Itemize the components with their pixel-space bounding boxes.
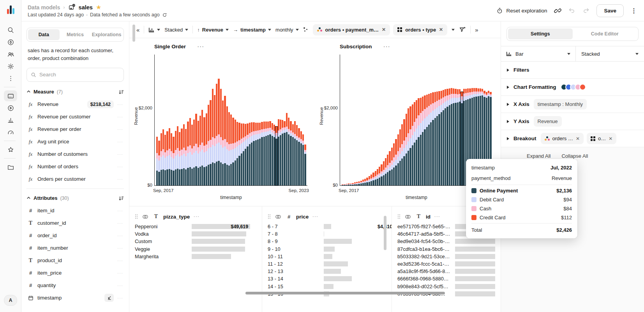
bar[interactable] [377, 169, 378, 185]
bar[interactable] [181, 129, 182, 185]
bar[interactable] [397, 134, 399, 185]
bar[interactable] [304, 145, 306, 185]
save-button[interactable]: Save [596, 4, 624, 17]
chart-type-dropdown[interactable] [148, 27, 160, 33]
app-logo-icon[interactable] [7, 5, 14, 14]
bar[interactable] [282, 120, 283, 185]
measure-item[interactable]: fxOrders per customer··· [26, 173, 124, 185]
reset-exploration-button[interactable]: Reset exploration [496, 7, 547, 14]
bar[interactable] [418, 98, 419, 185]
bar[interactable] [409, 106, 411, 185]
row-menu-icon[interactable]: ··· [117, 283, 123, 288]
bar[interactable] [238, 123, 240, 185]
bar[interactable] [222, 100, 224, 185]
bar[interactable] [344, 184, 345, 185]
bar[interactable] [406, 114, 407, 185]
summary-row[interactable]: Pepperoni$49,619 [135, 223, 256, 230]
drag-handle-icon[interactable] [397, 214, 401, 219]
attributes-section-header[interactable]: Attributes (30) [26, 192, 124, 204]
bar[interactable] [189, 118, 191, 185]
stack-mode-select[interactable]: Stacked [575, 46, 644, 61]
y-axis-value-pill[interactable]: Revenue [534, 116, 562, 127]
sidebar-tab-data[interactable]: Data [28, 29, 60, 40]
remove-pill-icon[interactable]: ✕ [576, 136, 580, 141]
summary-row[interactable]: 8 - 9 [268, 238, 386, 245]
bar[interactable] [241, 123, 242, 185]
bar[interactable] [461, 92, 462, 185]
summary-row[interactable]: b908e843-d022-5cf5… [397, 283, 495, 290]
x-axis-value-pill[interactable]: timestamp : Monthly [534, 99, 587, 109]
bar[interactable] [208, 105, 209, 186]
bar[interactable] [269, 121, 271, 185]
bar[interactable] [412, 104, 413, 185]
bar[interactable] [416, 100, 417, 185]
row-menu-icon[interactable]: ··· [117, 176, 123, 182]
undo-icon[interactable] [568, 7, 575, 14]
bar[interactable] [302, 134, 304, 185]
rail-item-gauge[interactable] [4, 127, 17, 137]
bar[interactable] [259, 123, 261, 185]
sidebar-tab-metrics[interactable]: Metrics [60, 29, 91, 40]
bar[interactable] [346, 184, 348, 185]
bar[interactable] [185, 129, 187, 185]
bar[interactable] [342, 184, 343, 185]
chart-menu-icon[interactable]: ··· [198, 44, 205, 49]
bar[interactable] [161, 133, 162, 185]
measure-section-header[interactable]: Measure (7) [26, 86, 124, 98]
column-menu-icon[interactable]: ··· [434, 214, 441, 219]
breakout-section[interactable]: Breakout orders …✕o…✕ [501, 130, 644, 147]
bar[interactable] [428, 94, 430, 185]
row-menu-icon[interactable]: ··· [117, 114, 123, 120]
bar[interactable] [362, 180, 364, 185]
bar[interactable] [286, 113, 288, 185]
rail-item-settings-gear[interactable] [4, 61, 17, 72]
bar[interactable] [164, 135, 166, 185]
attribute-item[interactable]: #order_id··· [26, 229, 124, 242]
bar[interactable] [226, 106, 228, 185]
bar[interactable] [267, 122, 269, 185]
bar[interactable] [441, 91, 442, 185]
bar[interactable] [201, 110, 203, 185]
bar[interactable] [354, 182, 356, 185]
expand-panel-icon[interactable]: » [475, 26, 478, 33]
bar[interactable] [272, 123, 273, 185]
bar[interactable] [265, 122, 267, 185]
summary-row[interactable]: 6 - 7$4,410 [268, 223, 386, 230]
summary-row[interactable]: 8ed9e034-fc54-5c0b-… [397, 238, 495, 245]
bar[interactable] [249, 123, 251, 185]
settings-tab-settings[interactable]: Settings [508, 28, 573, 39]
bar[interactable] [177, 126, 178, 185]
bar[interactable] [426, 95, 428, 185]
bar[interactable] [348, 183, 349, 185]
rail-item-more-kebab[interactable] [4, 73, 17, 84]
bar[interactable] [179, 132, 180, 185]
bar[interactable] [451, 88, 452, 185]
bar[interactable] [424, 95, 425, 185]
more-menu-icon[interactable]: ⋮ [631, 7, 637, 14]
attribute-item[interactable]: timestamp··· [26, 292, 124, 304]
measure-item[interactable]: fxNumber of orders··· [26, 160, 124, 173]
bar[interactable] [251, 122, 252, 185]
viz-type-select[interactable]: Bar [501, 46, 575, 61]
bar[interactable] [193, 120, 195, 185]
bar[interactable] [191, 125, 193, 185]
bar[interactable] [422, 97, 423, 185]
row-menu-icon[interactable]: ··· [117, 139, 123, 145]
rail-item-star[interactable] [4, 144, 17, 155]
summary-row[interactable]: 10 - 11 [268, 253, 386, 260]
summary-row[interactable]: 87cdfca3-b1ea-5bc6-… [397, 245, 495, 253]
bar[interactable] [352, 183, 353, 186]
measure-item[interactable]: fxAvg unit price··· [26, 136, 124, 148]
x-axis-section[interactable]: X Axis timestamp : Monthly [501, 96, 644, 113]
bar[interactable] [375, 171, 376, 185]
share-link-icon[interactable] [554, 7, 561, 14]
bar[interactable] [247, 123, 248, 185]
attribute-item[interactable]: Tproduct_id··· [26, 254, 124, 267]
summary-row[interactable]: 7 - 8 [268, 230, 386, 238]
bar[interactable] [445, 89, 446, 185]
row-menu-icon[interactable]: ··· [117, 208, 123, 213]
bar[interactable] [420, 98, 422, 185]
summary-row[interactable]: 14 - 15 [268, 283, 386, 290]
bar[interactable] [292, 124, 294, 185]
sort-icon[interactable] [118, 196, 124, 201]
